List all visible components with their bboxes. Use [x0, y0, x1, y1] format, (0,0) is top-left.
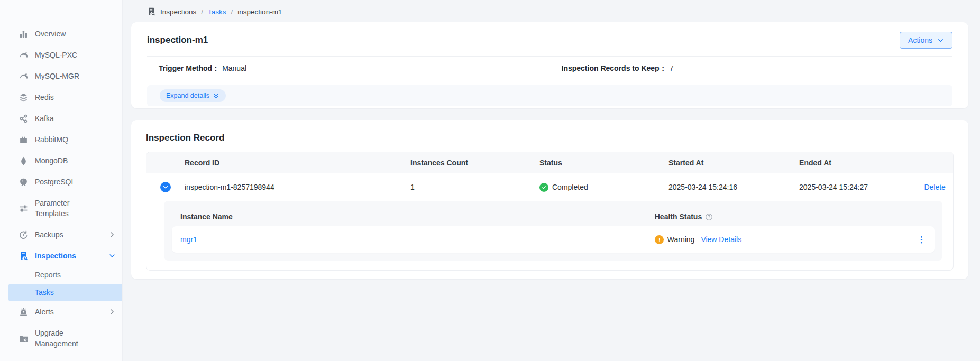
- record-id-cell: inspection-m1-8257198944: [185, 183, 410, 191]
- sidebar-item-label: MongoDB: [35, 155, 68, 166]
- sidebar-item-postgresql[interactable]: PostgreSQL: [0, 171, 122, 192]
- actions-button[interactable]: Actions: [900, 32, 952, 49]
- field-label: Inspection Records to Keep：: [562, 64, 667, 72]
- breadcrumb-separator: /: [201, 8, 203, 16]
- main-content: Inspections/Tasks/inspection-m1 inspecti…: [123, 0, 980, 361]
- expand-details-button[interactable]: Expand details: [160, 89, 226, 102]
- sidebar-item-mongodb[interactable]: MongoDB: [0, 150, 122, 171]
- sidebar-item-mysql-mgr[interactable]: MySQL-MGR: [0, 66, 122, 87]
- task-fields: Trigger Method：ManualInspection Records …: [147, 57, 952, 80]
- inspection-record-card: Inspection Record Record IDInstances Cou…: [131, 120, 968, 279]
- column-header-instance-name: Instance Name: [180, 212, 655, 221]
- sidebar-item-label: MySQL-PXC: [35, 50, 77, 60]
- factory-icon: [19, 135, 28, 144]
- view-details-link[interactable]: View Details: [701, 235, 741, 244]
- dolphin-icon: [19, 51, 28, 60]
- expand-details-strip: Expand details: [147, 85, 952, 106]
- column-header-record-id: Record ID: [185, 159, 410, 167]
- sidebar-item-mysql-pxc[interactable]: MySQL-PXC: [0, 44, 122, 66]
- sidebar-item-label: Inspections: [35, 251, 76, 261]
- app-root: OverviewMySQL-PXCMySQL-MGRRedisKafkaRabb…: [0, 0, 980, 361]
- sidebar-item-label: Parameter Templates: [35, 198, 93, 219]
- sidebar-item-overview[interactable]: Overview: [0, 23, 122, 44]
- breadcrumb: Inspections/Tasks/inspection-m1: [147, 6, 968, 17]
- column-header-instances-count: Instances Count: [410, 159, 539, 167]
- field-trigger-method: Trigger Method：Manual: [147, 63, 550, 73]
- expand-details-label: Expand details: [166, 92, 209, 99]
- section-title: Inspection Record: [146, 133, 954, 143]
- sidebar-item-label: MySQL-MGR: [35, 71, 79, 81]
- sidebar-item-label: Backups: [35, 229, 63, 240]
- leaf-icon: [19, 156, 28, 165]
- task-header-row: inspection-m1 Actions: [147, 22, 952, 56]
- record-table-header: Record IDInstances CountStatusStarted At…: [146, 152, 953, 173]
- delete-cell: Delete: [924, 183, 954, 191]
- status-text: Completed: [552, 183, 588, 191]
- instance-row: mgr1WarningView Details: [172, 226, 935, 253]
- chevron-right-icon: [108, 308, 116, 316]
- sidebar-item-label: PostgreSQL: [35, 177, 75, 187]
- row-menu-button[interactable]: [917, 235, 926, 244]
- sidebar-item-kafka[interactable]: Kafka: [0, 108, 122, 129]
- collapse-row-button[interactable]: [160, 182, 171, 192]
- task-header-card: inspection-m1 Actions Trigger Method：Man…: [131, 22, 968, 108]
- breadcrumb-item-inspection-m1: inspection-m1: [237, 8, 282, 16]
- instance-link[interactable]: mgr1: [180, 235, 655, 244]
- health-status-label: Health Status: [655, 212, 702, 221]
- field-inspection-records-to-keep: Inspection Records to Keep：7: [550, 63, 953, 73]
- sidebar-item-parameter-templates[interactable]: Parameter Templates: [0, 192, 122, 224]
- help-icon[interactable]: [705, 213, 713, 221]
- folder-gear-icon: [19, 334, 28, 343]
- doc-search-icon: [19, 252, 28, 261]
- sidebar-item-label: RabbitMQ: [35, 134, 68, 145]
- sidebar-item-rabbitmq[interactable]: RabbitMQ: [0, 129, 122, 150]
- column-header-status: Status: [539, 159, 668, 167]
- check-circle-icon: [539, 183, 548, 192]
- inspection-record-table: Record IDInstances CountStatusStarted At…: [146, 152, 954, 271]
- sidebar: OverviewMySQL-PXCMySQL-MGRRedisKafkaRabb…: [0, 0, 123, 361]
- sidebar-item-tasks[interactable]: Tasks: [8, 284, 122, 301]
- breadcrumb-item-tasks[interactable]: Tasks: [208, 8, 226, 16]
- instances-count-cell: 1: [410, 183, 539, 191]
- field-value: 7: [670, 64, 674, 72]
- status-cell: Completed: [539, 183, 668, 192]
- record-row: inspection-m1-82571989441Completed2025-0…: [146, 173, 953, 201]
- sidebar-item-redis[interactable]: Redis: [0, 87, 122, 108]
- sidebar-item-upgrade-management[interactable]: Upgrade Management: [0, 322, 122, 354]
- health-status-text: Warning: [667, 235, 695, 244]
- sidebar-nav: OverviewMySQL-PXCMySQL-MGRRedisKafkaRabb…: [0, 23, 122, 354]
- sidebar-item-label: Overview: [35, 29, 66, 39]
- exclamation-circle-icon: [655, 235, 664, 244]
- sidebar-item-label: Kafka: [35, 113, 54, 124]
- started-at-cell: 2025-03-24 15:24:16: [668, 183, 799, 191]
- instance-detail-panel: Instance NameHealth Statusmgr1WarningVie…: [164, 201, 942, 261]
- delete-link[interactable]: Delete: [924, 183, 945, 191]
- chevron-right-icon: [108, 231, 116, 238]
- chevron-down-icon: [108, 252, 116, 260]
- elephant-icon: [19, 178, 28, 187]
- column-header-ended-at: Ended At: [799, 159, 924, 167]
- chevron-down-icon: [937, 37, 944, 44]
- sidebar-item-alerts[interactable]: Alerts: [0, 301, 122, 322]
- dolphin-icon: [19, 72, 28, 81]
- breadcrumb-doc-search-icon: [147, 7, 155, 16]
- detail-header: Instance NameHealth Status: [172, 207, 935, 226]
- breadcrumb-item-inspections: Inspections: [160, 8, 196, 16]
- field-label: Trigger Method：: [159, 64, 219, 72]
- sidebar-item-label: Alerts: [35, 307, 54, 317]
- rotate-ccw-icon: [19, 230, 28, 239]
- sidebar-item-inspections[interactable]: Inspections: [0, 245, 122, 266]
- sidebar-item-reports[interactable]: Reports: [0, 266, 122, 284]
- layers-icon: [19, 93, 28, 102]
- health-status-cell: WarningView Details: [655, 235, 912, 244]
- page-title: inspection-m1: [147, 35, 208, 45]
- node-graph-icon: [19, 114, 28, 123]
- column-header-started-at: Started At: [668, 159, 799, 167]
- sliders-icon: [19, 204, 28, 213]
- sidebar-item-label: Redis: [35, 92, 54, 103]
- bar-chart-icon: [19, 30, 28, 39]
- breadcrumb-separator: /: [231, 8, 233, 16]
- field-value: Manual: [222, 64, 246, 72]
- sidebar-item-backups[interactable]: Backups: [0, 224, 122, 245]
- ended-at-cell: 2025-03-24 15:24:27: [799, 183, 924, 191]
